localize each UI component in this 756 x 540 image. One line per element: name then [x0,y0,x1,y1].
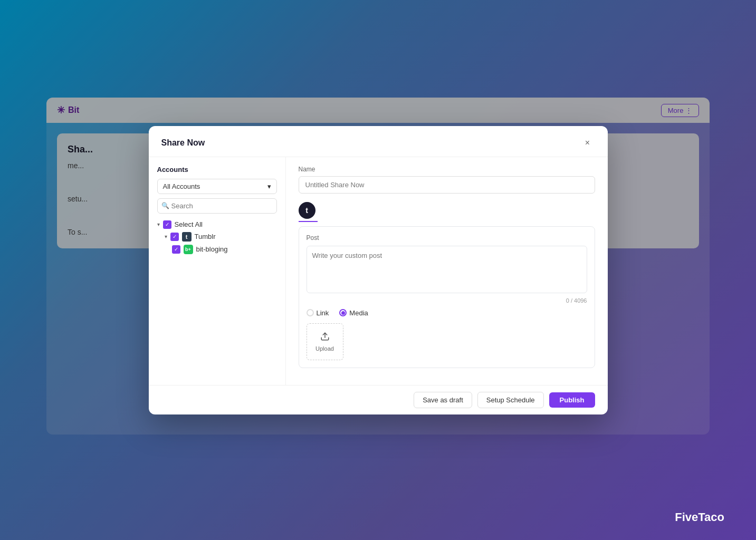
share-now-modal: Share Now × Accounts All Accounts ▾ 🔍 [149,126,608,414]
upload-box[interactable]: Upload [307,323,343,360]
select-all-item[interactable]: ▾ ✓ Select All [157,219,277,230]
chevron-icon: ▾ [157,221,160,227]
close-button[interactable]: × [580,136,595,150]
post-section: Post 0 / 4096 Link Media [299,226,595,368]
modal-body: Accounts All Accounts ▾ 🔍 ▾ ✓ Select All [149,157,608,385]
accounts-label: Accounts [157,166,277,173]
brand-text: FiveTaco [675,510,724,524]
modal-overlay: Share Now × Accounts All Accounts ▾ 🔍 [0,0,756,540]
publish-button[interactable]: Publish [549,392,595,408]
char-count: 0 / 4096 [307,297,587,304]
select-all-label: Select All [175,220,203,228]
account-tree: ▾ ✓ Select All ▾ ✓ t Tumblr ✓ b+ [157,219,277,256]
upload-label: Upload [315,345,334,352]
radio-group: Link Media [307,309,587,317]
platform-underline [299,221,318,222]
search-input[interactable] [157,198,277,214]
bit-bloging-checkbox[interactable]: ✓ [172,245,180,254]
save-as-draft-button[interactable]: Save as draft [414,392,472,408]
bit-bloging-item[interactable]: ✓ b+ bit-bloging [157,243,277,256]
fivetaco-branding: FiveTaco [675,510,724,524]
name-input[interactable] [299,176,595,194]
link-radio-button[interactable] [307,309,314,316]
platform-icon: t [299,202,315,219]
search-icon: 🔍 [161,202,169,209]
media-radio-button[interactable] [339,309,347,316]
modal-header: Share Now × [149,126,608,157]
tumblr-item[interactable]: ▾ ✓ t Tumblr [157,230,277,243]
tumblr-chevron-icon: ▾ [165,234,167,239]
search-wrapper: 🔍 [157,198,277,214]
modal-footer: Save as draft Setup Schedule Publish [149,385,608,414]
platform-tab[interactable]: t [299,202,595,226]
bit-bloging-icon: b+ [184,245,193,254]
left-panel: Accounts All Accounts ▾ 🔍 ▾ ✓ Select All [149,157,286,385]
right-panel: Name t Post 0 / 4096 [286,157,608,385]
media-radio-option[interactable]: Media [339,309,368,317]
media-label: Media [349,309,368,317]
tumblr-checkbox[interactable]: ✓ [170,233,179,241]
name-label: Name [299,166,595,173]
accounts-dropdown-value: All Accounts [163,182,200,190]
media-radio-inner [341,311,345,315]
accounts-dropdown[interactable]: All Accounts ▾ [157,179,277,194]
bit-bloging-label: bit-bloging [196,245,228,253]
chevron-down-icon: ▾ [267,182,271,190]
modal-title: Share Now [161,138,205,148]
tumblr-icon: t [182,232,192,242]
link-radio-option[interactable]: Link [307,309,329,317]
upload-icon [320,332,330,343]
tumblr-label: Tumblr [195,233,216,240]
post-label: Post [307,234,587,242]
setup-schedule-button[interactable]: Setup Schedule [477,392,544,408]
post-textarea[interactable] [307,246,587,293]
select-all-checkbox[interactable]: ✓ [163,220,171,229]
link-label: Link [317,309,329,317]
